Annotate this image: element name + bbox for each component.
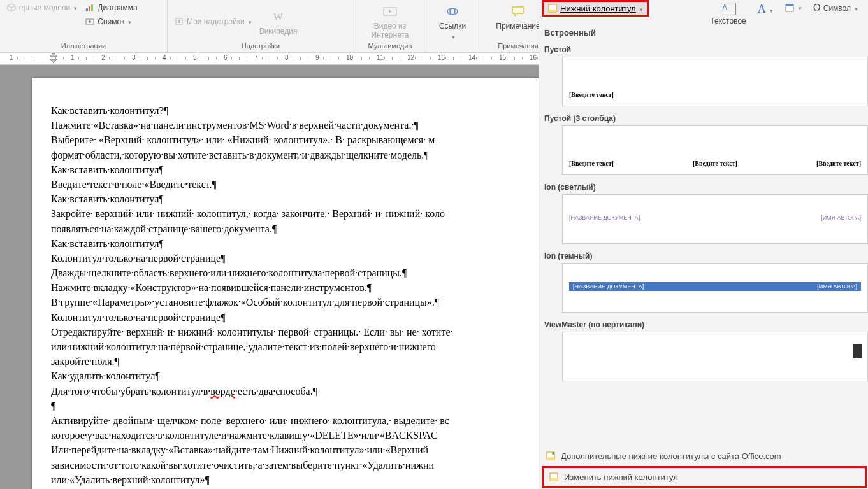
ruler-mark: 5 bbox=[193, 54, 197, 61]
svg-rect-17 bbox=[786, 4, 793, 6]
chart-button[interactable]: Диаграмма bbox=[82, 1, 140, 14]
link-icon bbox=[444, 3, 461, 20]
addins-group-label: Надстройки bbox=[171, 42, 350, 51]
ruler-mark: 11 bbox=[377, 54, 384, 61]
svg-rect-2 bbox=[91, 4, 93, 11]
document-line[interactable]: закройте·поля. bbox=[51, 354, 554, 369]
gallery-item-preview[interactable]: [НАЗВАНИЕ ДОКУМЕНТА][ИМЯ АВТОРА] bbox=[562, 263, 868, 313]
document-line[interactable]: формат·области,·которую·вы·хотите·встави… bbox=[51, 148, 554, 162]
gallery-item-title: Пустой bbox=[544, 45, 868, 54]
footer-dropdown-label: Нижний колонтитул bbox=[560, 4, 636, 13]
document-line[interactable]: зависимости·от·того·какой·вы·хотите·очис… bbox=[51, 458, 554, 472]
more-footers-label: Дополнительные нижние колонтитулы с сайт… bbox=[561, 451, 781, 461]
gallery-item-title: Ion (светлый) bbox=[544, 183, 868, 192]
video-icon bbox=[381, 3, 399, 20]
letter-a-button[interactable]: A bbox=[755, 1, 776, 17]
document-line[interactable]: В·группе·«Параметры»·установите·флажок·«… bbox=[51, 295, 554, 309]
svg-marker-12 bbox=[50, 53, 57, 57]
document-line[interactable]: Отредактируйте· верхний· и· нижний· коло… bbox=[51, 325, 554, 339]
ruler-mark: 12 bbox=[407, 54, 414, 61]
comment-button[interactable]: Примечание bbox=[493, 1, 542, 32]
ribbon-group-media: Видео из Интернета Мультимедиа bbox=[354, 0, 426, 52]
footer-dropdown-button[interactable]: Нижний колонтитул bbox=[542, 0, 649, 17]
office-icon bbox=[546, 451, 556, 461]
addins-icon bbox=[174, 17, 184, 27]
more-footers-office-button[interactable]: Дополнительные нижние колонтитулы с сайт… bbox=[540, 447, 868, 465]
document-line[interactable] bbox=[51, 399, 554, 413]
gallery-item-title: Пустой (3 столбца) bbox=[544, 114, 868, 123]
ribbon-group-illustrations: ерные модели Диаграмма Снимок bbox=[0, 0, 168, 52]
symbol-label: Символ bbox=[823, 4, 851, 13]
document-line[interactable]: Колонтитул·только·на·первой·странице bbox=[51, 310, 554, 325]
document-line[interactable]: или·«Удалить·верхний·колонтитул» bbox=[51, 472, 554, 487]
links-group-label bbox=[430, 50, 475, 51]
textbox-button[interactable]: Текстовое bbox=[707, 1, 748, 27]
ruler-mark: 10 bbox=[346, 54, 353, 61]
svg-point-20 bbox=[552, 452, 554, 455]
gallery-item-preview[interactable]: [Введите текст] bbox=[562, 57, 868, 106]
symbol-button[interactable]: Ω Символ bbox=[811, 1, 860, 15]
ruler-mark: 1 bbox=[10, 54, 13, 61]
online-video-button[interactable]: Видео из Интернета bbox=[358, 1, 422, 41]
chart-label: Диаграмма bbox=[98, 3, 137, 12]
document-line[interactable]: Как·вставить·колонтитул? bbox=[51, 103, 554, 118]
wikipedia-button[interactable]: W Википедия bbox=[257, 6, 300, 37]
ruler-mark: 7 bbox=[254, 54, 258, 61]
document-line[interactable]: Активируйте· двойным· щелчком· поле· вер… bbox=[51, 413, 554, 428]
gallery-item-preview[interactable]: [НАЗВАНИЕ ДОКУМЕНТА][ИМЯ АВТОРА] bbox=[562, 194, 868, 244]
ruler-mark: 15 bbox=[499, 54, 506, 61]
document-line[interactable]: Или·перейдите·на·вкладку·«Вставка»·найди… bbox=[51, 443, 554, 457]
gallery-item-preview[interactable] bbox=[562, 332, 868, 381]
svg-rect-19 bbox=[547, 457, 554, 460]
document-line[interactable]: Дважды·щелкните·область·верхнего·или·ниж… bbox=[51, 266, 554, 280]
edit-footer-button[interactable]: Изменить нижний колонтитул bbox=[542, 466, 867, 488]
document-line[interactable]: Нажмите·«Вставка»·на·панели·инструментов… bbox=[51, 118, 554, 132]
textbox-icon bbox=[721, 3, 736, 15]
footer-gallery-panel: Нижний колонтитул Текстовое A Ω Символ В… bbox=[539, 0, 868, 489]
footer-gallery-body[interactable]: Встроенный Пустой[Введите текст]Пустой (… bbox=[543, 24, 868, 450]
footer-gallery-footer: Дополнительные нижние колонтитулы с сайт… bbox=[540, 447, 868, 489]
footer-icon bbox=[547, 3, 558, 13]
ruler-mark: 8 bbox=[285, 54, 289, 61]
online-video-label: Видео из Интернета bbox=[361, 22, 419, 39]
date-button[interactable] bbox=[782, 1, 804, 14]
document-line[interactable]: Выберите· «Верхний· колонтитул»· или· «Н… bbox=[51, 132, 554, 147]
document-line[interactable]: Нажмите·вкладку·«Конструктор»·на·появивш… bbox=[51, 280, 554, 295]
document-line[interactable]: появляться·на·каждой·странице·вашего·док… bbox=[51, 222, 554, 236]
document-line[interactable]: Как·вставить·колонтитул bbox=[51, 192, 554, 206]
gallery-builtin-header: Встроенный bbox=[544, 28, 868, 38]
svg-text:W: W bbox=[273, 11, 284, 22]
document-line[interactable]: или·нижний·колонтитул·на·первой·странице… bbox=[51, 339, 554, 354]
document-line[interactable]: Как·вставить·колонтитул bbox=[51, 236, 554, 251]
my-addins-button[interactable]: Мои надстройки bbox=[171, 15, 254, 28]
illustrations-group-label: Иллюстрации bbox=[4, 42, 163, 51]
document-line[interactable]: Введите·текст·в·поле·«Введите·текст. bbox=[51, 177, 554, 192]
edit-footer-icon bbox=[549, 472, 559, 482]
calendar-icon bbox=[785, 3, 795, 13]
document-line[interactable]: которое·у·вас·находится·в·колонтитуле·и·… bbox=[51, 428, 554, 443]
links-button[interactable]: Ссылки bbox=[437, 1, 468, 42]
3d-models-button[interactable]: ерные модели bbox=[4, 1, 80, 14]
document-page[interactable]: Как·вставить·колонтитул?Нажмите·«Вставка… bbox=[32, 78, 574, 489]
document-line[interactable]: Колонтитул·только·на·первой·странице bbox=[51, 251, 554, 266]
svg-rect-6 bbox=[178, 20, 180, 23]
svg-point-10 bbox=[447, 8, 458, 15]
cube-icon bbox=[6, 3, 17, 13]
svg-point-4 bbox=[89, 20, 91, 23]
document-line[interactable]: Закройте· верхний· или· нижний· колонтит… bbox=[51, 206, 554, 221]
screenshot-button[interactable]: Снимок bbox=[82, 15, 140, 28]
chart-icon bbox=[85, 3, 95, 13]
ribbon-group-addins: Мои надстройки W Википедия Надстройки bbox=[168, 0, 354, 52]
document-line[interactable]: Как·удалить·колонтитул bbox=[51, 369, 554, 383]
media-group-label: Мультимедиа bbox=[358, 42, 422, 51]
gallery-item-preview[interactable]: [Введите текст][Введите текст][Введите т… bbox=[562, 125, 868, 175]
ruler-mark: 1 bbox=[71, 54, 75, 61]
svg-rect-22 bbox=[550, 478, 558, 481]
document-line[interactable]: Для·того·чтобы·убрать·колонтитул·в·ворде… bbox=[51, 384, 554, 399]
ruler-mark: 9 bbox=[315, 54, 319, 61]
my-addins-label: Мои надстройки bbox=[187, 17, 245, 26]
svg-rect-15 bbox=[549, 10, 556, 12]
ruler-mark: 4 bbox=[163, 54, 166, 61]
ruler-mark: 3 bbox=[132, 54, 136, 61]
document-line[interactable]: Как·вставить·колонтитул bbox=[51, 162, 554, 177]
